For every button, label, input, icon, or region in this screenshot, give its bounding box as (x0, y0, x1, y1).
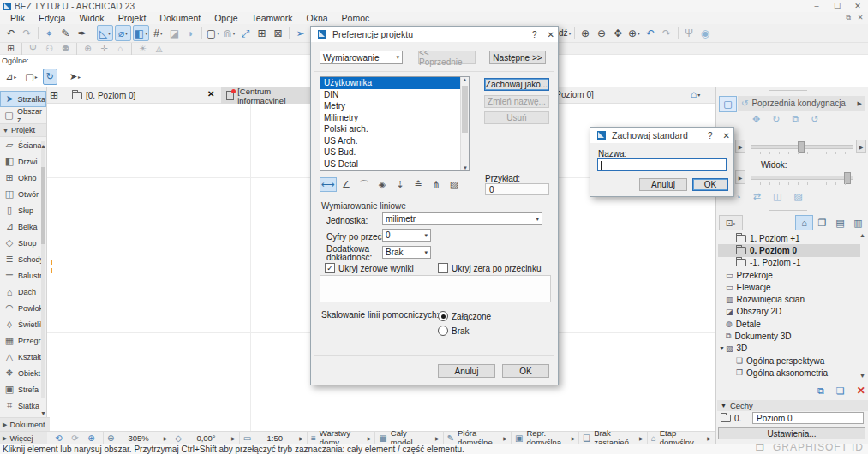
rotate-tool-button[interactable]: ↻ (43, 69, 57, 85)
quickbar-pen-set[interactable]: ✎Pióra domyślne▶ (444, 432, 512, 445)
tool-powloka[interactable]: ◠Powłok. (0, 300, 46, 316)
delete-button[interactable]: Usuń (484, 111, 549, 124)
help-button[interactable]: ? (708, 131, 713, 140)
cancel-button[interactable]: Anuluj (639, 178, 687, 191)
quad-view-icon[interactable]: ⊞ (50, 89, 58, 101)
navigator-item-rozwinięcia-ścian[interactable]: ▥Rozwinięcia ścian (718, 293, 860, 305)
snap-points-icon[interactable]: ◧▾ (133, 25, 149, 41)
menu-plik[interactable]: Plik (3, 12, 32, 24)
rename-button[interactable]: Zmień nazwę... (484, 95, 549, 108)
show-reference-icon[interactable]: ◔ (735, 192, 741, 202)
close-button[interactable]: ✕ (847, 0, 868, 12)
maximize-button[interactable]: ☐ (827, 0, 847, 12)
zoom-previous-icon[interactable]: ⟲ (51, 431, 66, 445)
list-scrollbar[interactable]: ▲▼ (460, 77, 469, 170)
toolbox-scroll-up-icon[interactable]: ▲ (40, 143, 46, 149)
walk-mode-icon[interactable]: Ψ (26, 44, 40, 54)
doc-close-button[interactable]: ✕ (854, 13, 866, 22)
tab-overview-button[interactable]: ⌂ ▾ (691, 88, 700, 100)
name-input[interactable] (597, 158, 727, 171)
layout-book-tab[interactable]: ▤ (831, 215, 849, 230)
toolbox-section-document[interactable]: ▶ Dokument (0, 417, 50, 432)
tool-strop[interactable]: ◇Strop (0, 235, 46, 251)
category-select[interactable]: Wymiarowanie▾ (320, 51, 403, 64)
people-icon[interactable]: ⚉ (58, 44, 73, 54)
camera-path-icon[interactable]: ✛ (97, 44, 111, 54)
tree-scroll-down-icon[interactable]: ▼ (859, 373, 866, 379)
save-dialog-titlebar[interactable]: Zachowaj standard ? ✕ (590, 128, 733, 143)
marquee-tool-button[interactable]: ▢▸ (21, 69, 40, 85)
decimals-select[interactable]: 0▾ (382, 229, 431, 242)
properties-header[interactable]: ▼ Cechy (717, 400, 868, 411)
trace-slider1[interactable] (751, 145, 853, 149)
navigator-item--1-poziom-1[interactable]: -1. Poziom -1 (718, 257, 860, 269)
navigator-project-chooser-button[interactable]: ⊡ ▸ (719, 215, 743, 230)
unit-select[interactable]: milimetr▾ (382, 212, 542, 225)
menu-teamwork[interactable]: Teamwork (245, 12, 300, 24)
wheel-icon[interactable]: ⊕ (81, 44, 95, 54)
search-dropdown-icon[interactable]: ▾ (569, 30, 572, 36)
quickbar-layers[interactable]: ≡Warstwy domy...▶ (308, 432, 375, 445)
sun-study-icon[interactable]: ☀ (135, 44, 150, 54)
navigator-item-1-poziom-1[interactable]: 1. Poziom +1 (718, 232, 860, 244)
next-view-icon[interactable]: ↷ (660, 26, 674, 40)
tool-swietlik[interactable]: ◊Świetlik (0, 316, 46, 332)
trace-slider2[interactable] (751, 176, 853, 180)
save-as-button[interactable]: Zachowaj jako... (484, 78, 549, 91)
minimize-button[interactable]: – (806, 0, 827, 12)
area-calculation-icon[interactable]: ▨ (446, 177, 463, 192)
tool-ksztalt[interactable]: △Kształt (0, 349, 46, 365)
project-map-tab[interactable]: ⌂ (795, 215, 813, 230)
ok-button[interactable]: OK (502, 364, 549, 378)
filter-reference-icon[interactable]: ▨ (793, 191, 802, 202)
swap-reference-icon[interactable]: ⇄ (753, 191, 761, 202)
tab-info-center[interactable]: [Centrum informacyjne] (221, 87, 310, 104)
settings-button[interactable]: Ustawienia... (718, 427, 865, 439)
help-button[interactable]: ? (532, 30, 537, 39)
navigator-item-elewacje[interactable]: ▭Elewacje (718, 281, 860, 293)
polyline-tool-button[interactable]: ⊿▸ (2, 69, 20, 85)
view-map-tab[interactable]: ❐ (813, 215, 831, 230)
cancel-button[interactable]: Anuluj (438, 364, 495, 378)
zoom-out-icon[interactable]: ⊖ (595, 26, 609, 40)
extra-accuracy-select[interactable]: Brak▾ (382, 246, 431, 259)
camera-icon[interactable]: ◬ (152, 44, 166, 54)
previous-view-icon[interactable]: ↶ (644, 26, 658, 40)
tool-okno[interactable]: ⊞Okno (0, 170, 46, 186)
navigator-item-3d[interactable]: ▼▧3D (718, 343, 860, 355)
trace-header[interactable]: ↺ Poprzednia kondygnacja ▶ (738, 96, 865, 111)
tool-dach[interactable]: ⌂Dach (0, 284, 46, 300)
menu-pomoc[interactable]: Pomoc (335, 12, 377, 24)
story-name-field[interactable]: Poziom 0 (752, 412, 864, 424)
menu-okna[interactable]: Okna (299, 12, 334, 24)
tool-schody[interactable]: ≣Schody (0, 251, 46, 267)
snap-guides-icon[interactable]: ⌀▾ (115, 25, 131, 41)
tool-przegroda[interactable]: ▦Przegr. (0, 332, 46, 349)
trace-slider2-left-button[interactable]: ▶ (735, 170, 745, 184)
preferences-dialog-titlebar[interactable]: Preferencje projektu ? ✕ (311, 27, 558, 42)
tab-story[interactable]: [0. Poziom 0] (67, 87, 204, 104)
linear-dimension-icon[interactable]: ⟷ (320, 177, 337, 192)
navigator-item-0-poziom-0[interactable]: 0. Poziom 0 (718, 244, 860, 256)
marker-icon[interactable]: ➢ (293, 26, 308, 40)
new-viewpoint-icon[interactable]: ⧉ (817, 385, 824, 397)
tool-belka[interactable]: ⊿Belka (0, 218, 46, 235)
eraser-icon[interactable]: ◪ (167, 26, 182, 40)
lock-icon[interactable]: ⋒▾ (222, 26, 236, 40)
trace-slider1-right-button[interactable]: ▶ (856, 140, 866, 153)
rotate-reference-icon[interactable]: ↻ (772, 114, 780, 125)
navigator-item-ogólna-perspektywa[interactable]: ❏Ogólna perspektywa (718, 355, 860, 367)
tool-sciana[interactable]: ▱Ściana (0, 137, 46, 153)
tool-marquee[interactable]: ▢ Obszar z (0, 107, 46, 123)
reset-reference-icon[interactable]: ↺ (811, 114, 818, 125)
trace-slider1-left-button[interactable]: ▶ (735, 140, 745, 153)
arrow-tool-button[interactable]: ➤▸ (66, 69, 84, 85)
delete-icon[interactable]: ✕ (857, 385, 865, 397)
radial-dimension-icon[interactable]: ⌒ (356, 177, 373, 192)
tab-close-icon[interactable]: ✕ (207, 89, 214, 99)
dialog-close-button[interactable]: ✕ (723, 131, 730, 140)
tool-drzwi[interactable]: ◧Drzwi (0, 153, 46, 170)
transform-icon[interactable]: ⤢ (238, 26, 253, 40)
zoom-next-icon[interactable]: ⟳ (68, 431, 82, 445)
tool-arrow[interactable]: ➤ Strzałka (0, 91, 46, 107)
